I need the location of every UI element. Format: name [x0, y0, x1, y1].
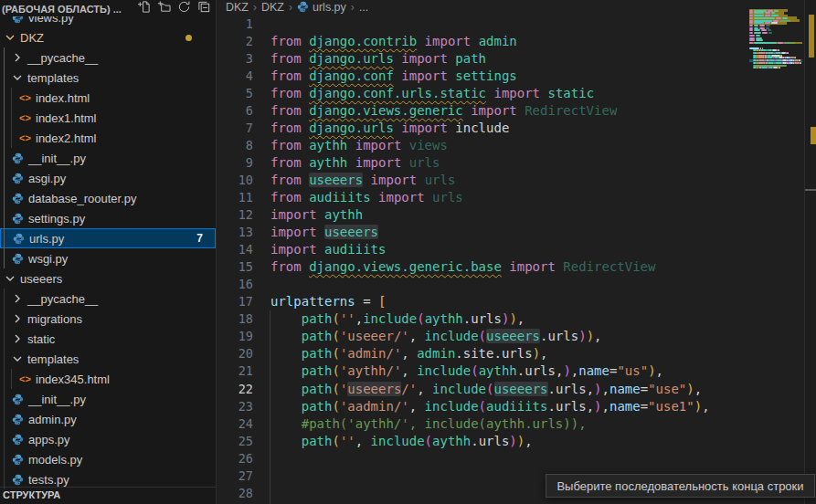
code-line-2[interactable]: 2from django.contrib import admin	[217, 32, 749, 49]
line-number[interactable]: 24	[217, 416, 253, 431]
tree-folder-dkz[interactable]: DKZ	[0, 27, 216, 47]
new-folder-icon[interactable]	[156, 0, 172, 15]
code-line-12[interactable]: 12import aythh	[217, 206, 749, 224]
code-line-20[interactable]: 20 path('admin/', admin.site.urls),	[217, 345, 749, 362]
code-line-17[interactable]: 17urlpatterns = [	[217, 293, 749, 310]
line-number[interactable]: 15	[217, 259, 253, 274]
line-number[interactable]: 2	[217, 34, 253, 48]
line-number[interactable]: 20	[217, 346, 253, 361]
tree-folder--pycache-[interactable]: __pycache__	[0, 289, 216, 309]
tree-folder--pycache-[interactable]: __pycache__	[0, 47, 216, 68]
code-line-23[interactable]: 23 path('aadmin/', include(audiiits.urls…	[217, 397, 749, 415]
tree-file-settings-py[interactable]: settings.py	[0, 208, 216, 228]
tree-file-admin-py[interactable]: admin.py	[0, 409, 216, 429]
line-number[interactable]: 5	[217, 86, 253, 100]
line-number[interactable]: 27	[217, 468, 253, 483]
line-number[interactable]: 8	[217, 138, 253, 152]
tree-file--init-py[interactable]: __init__.py	[0, 389, 216, 409]
line-number[interactable]: 22	[217, 382, 253, 396]
line-number[interactable]: 17	[217, 294, 253, 309]
chevron-right-icon[interactable]	[11, 53, 24, 62]
code-line-11[interactable]: 11from audiiits import urls	[217, 188, 749, 205]
python-icon	[11, 152, 25, 164]
breadcrumb-item[interactable]: urls.py	[297, 1, 346, 14]
new-file-icon[interactable]	[136, 0, 152, 15]
line-number[interactable]: 12	[217, 207, 253, 222]
line-number[interactable]: 19	[217, 329, 253, 343]
code-line-19[interactable]: 19 path('useeer/', include(useeers.urls)…	[217, 328, 749, 345]
code-line-10[interactable]: 10from useeers import urls	[217, 171, 749, 188]
tree-file-index-html[interactable]: <>index.html	[0, 88, 216, 108]
line-number[interactable]: 4	[217, 68, 253, 83]
line-number[interactable]: 23	[217, 399, 253, 414]
breadcrumb-item[interactable]: DKZ	[261, 1, 284, 14]
line-number[interactable]: 1	[217, 16, 253, 31]
code-line-14[interactable]: 14import audiiits	[217, 241, 749, 258]
code-line-1[interactable]: 1	[217, 15, 749, 32]
breadcrumb-item[interactable]: ...	[359, 1, 368, 14]
code-line-22[interactable]: 22 path('useeers/', include(useeers.urls…	[217, 380, 749, 397]
code-line-18[interactable]: 18 path('',include(aythh.urls)),	[217, 310, 749, 328]
tree-file-urls-py[interactable]: urls.py7	[0, 228, 216, 248]
chevron-down-icon[interactable]	[11, 73, 24, 82]
code-token: from	[270, 138, 302, 152]
chevron-down-icon[interactable]	[11, 354, 24, 363]
code-line-8[interactable]: 8from aythh import views	[217, 136, 749, 153]
line-number[interactable]: 10	[217, 173, 253, 187]
code-line-26[interactable]: 26	[217, 449, 749, 467]
code-line-13[interactable]: 13import useeers	[217, 224, 749, 241]
code-line-25[interactable]: 25 path('', include(aythh.urls)),	[217, 432, 749, 449]
code-line-5[interactable]: 5from django.conf.urls.static import sta…	[217, 84, 749, 101]
code-line-4[interactable]: 4from django.conf import settings	[217, 67, 749, 84]
chevron-down-icon[interactable]	[4, 274, 16, 283]
code-line-24[interactable]: 24 #path('aythh/', include(aythh.urls)),	[217, 415, 749, 432]
minimap[interactable]	[749, 7, 802, 126]
code-area[interactable]: 12from django.contrib import admin3from …	[217, 15, 749, 501]
collapse-all-icon[interactable]	[196, 0, 212, 15]
tree-folder-useeers[interactable]: useeers	[0, 268, 216, 289]
line-number[interactable]: 14	[217, 242, 253, 257]
code-line-21[interactable]: 21 path('aythh/', include(aythh.urls,),n…	[217, 362, 749, 380]
outline-section-header[interactable]: СТРУКТУРА	[0, 487, 216, 504]
line-number[interactable]: 7	[217, 121, 253, 135]
line-number[interactable]: 3	[217, 51, 253, 66]
python-icon	[11, 474, 25, 486]
line-number[interactable]: 6	[217, 103, 253, 118]
tree-file-index2-html[interactable]: <>index2.html	[0, 128, 216, 148]
tree-file--init-py[interactable]: __init__.py	[0, 148, 216, 168]
line-number[interactable]: 16	[217, 277, 253, 291]
chevron-right-icon[interactable]	[11, 334, 24, 343]
tree-folder-migrations[interactable]: migrations	[0, 309, 216, 329]
line-number[interactable]: 21	[217, 363, 253, 378]
line-number[interactable]: 9	[217, 155, 253, 170]
chevron-down-icon[interactable]	[4, 33, 16, 42]
line-number[interactable]: 13	[217, 225, 253, 239]
tree-folder-templates[interactable]: templates	[0, 68, 216, 88]
breadcrumb-item[interactable]: DKZ	[226, 1, 249, 14]
overview-ruler[interactable]	[804, 0, 816, 504]
tree-file-models-py[interactable]: models.py	[0, 449, 216, 469]
code-line-16[interactable]: 16	[217, 276, 749, 293]
refresh-icon[interactable]	[176, 0, 192, 15]
tree-folder-static[interactable]: static	[0, 329, 216, 349]
code-token: (	[332, 329, 339, 343]
code-line-15[interactable]: 15from django.views.generic.base import …	[217, 258, 749, 276]
tree-file-index1-html[interactable]: <>index1.html	[0, 108, 216, 128]
tree-file-wsgi-py[interactable]: wsgi.py	[0, 248, 216, 268]
tree-folder-templates[interactable]: templates	[0, 349, 216, 369]
code-line-7[interactable]: 7from django.urls import include	[217, 119, 749, 136]
code-line-3[interactable]: 3from django.urls import path	[217, 49, 749, 67]
line-number[interactable]: 26	[217, 451, 253, 466]
chevron-right-icon[interactable]	[11, 314, 24, 323]
code-line-9[interactable]: 9from aythh import urls	[217, 153, 749, 171]
line-number[interactable]: 11	[217, 190, 253, 205]
line-number[interactable]: 18	[217, 311, 253, 326]
line-number[interactable]: 28	[217, 486, 253, 500]
chevron-right-icon[interactable]	[11, 294, 24, 303]
tree-file-apps-py[interactable]: apps.py	[0, 429, 216, 449]
tree-file-index345-html[interactable]: <>index345.html	[0, 369, 216, 389]
line-number[interactable]: 25	[217, 434, 253, 448]
tree-file-asgi-py[interactable]: asgi.py	[0, 168, 216, 188]
code-line-6[interactable]: 6from django.views.generic import Redire…	[217, 101, 749, 119]
tree-file-database-roouter-py[interactable]: database_roouter.py	[0, 188, 216, 208]
